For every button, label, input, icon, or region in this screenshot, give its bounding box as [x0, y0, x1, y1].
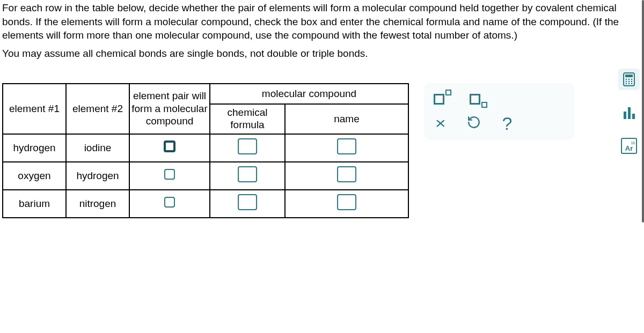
chart-button[interactable]	[618, 102, 640, 123]
compound-table: element #1 element #2 element pair will …	[2, 83, 409, 218]
input-compound-name[interactable]	[337, 138, 356, 154]
scrollbar[interactable]	[642, 0, 644, 223]
input-chemical-formula[interactable]	[238, 194, 257, 210]
tool-panel: × ?	[424, 83, 574, 140]
input-compound-name[interactable]	[337, 194, 356, 210]
bar-chart-icon	[624, 106, 635, 119]
table-row: barium nitrogen	[3, 190, 408, 218]
cell-element-1: hydrogen	[3, 134, 66, 162]
help-button[interactable]: ?	[502, 114, 513, 132]
header-chemical-formula: chemical formula	[210, 104, 285, 134]
instructions-paragraph-2: You may assume all chemical bonds are si…	[2, 47, 641, 61]
svg-rect-1	[625, 75, 633, 77]
periodic-tile-icon: 18 Ar	[621, 138, 637, 154]
cell-element-1: barium	[3, 190, 66, 218]
header-element-2: element #2	[66, 84, 129, 134]
cell-element-1: oxygen	[3, 162, 66, 190]
instructions-paragraph-1: For each row in the table below, decide …	[2, 1, 641, 42]
reset-button[interactable]	[467, 115, 481, 131]
cell-element-2: hydrogen	[66, 162, 129, 190]
calculator-button[interactable]	[618, 69, 640, 90]
cell-element-2: iodine	[66, 134, 129, 162]
reset-icon	[467, 115, 481, 129]
svg-point-10	[631, 83, 633, 85]
right-dock: 18 Ar	[618, 69, 640, 157]
header-pair: element pair will form a molecular compo…	[129, 84, 210, 134]
periodic-table-button[interactable]: 18 Ar	[618, 135, 640, 157]
svg-point-5	[626, 81, 627, 83]
superscript-button[interactable]	[434, 94, 451, 105]
checkbox-form-compound[interactable]	[164, 140, 175, 152]
input-chemical-formula[interactable]	[238, 166, 257, 182]
cell-element-2: nitrogen	[66, 190, 129, 218]
table-row: hydrogen iodine	[3, 134, 408, 162]
checkbox-form-compound[interactable]	[164, 197, 175, 208]
subscript-button[interactable]	[470, 94, 487, 105]
header-name: name	[285, 104, 408, 134]
svg-point-2	[626, 79, 627, 80]
clear-button[interactable]: ×	[435, 115, 446, 131]
input-chemical-formula[interactable]	[238, 138, 257, 154]
checkbox-form-compound[interactable]	[164, 169, 175, 180]
svg-point-4	[631, 79, 633, 80]
svg-point-8	[626, 83, 627, 85]
calculator-icon	[623, 72, 635, 86]
header-molecular-compound: molecular compound	[210, 84, 408, 104]
svg-point-6	[628, 81, 630, 83]
input-compound-name[interactable]	[337, 166, 356, 182]
svg-point-9	[628, 83, 630, 85]
svg-point-3	[628, 79, 630, 80]
svg-point-7	[631, 81, 633, 83]
table-row: oxygen hydrogen	[3, 162, 408, 190]
header-element-1: element #1	[3, 84, 66, 134]
